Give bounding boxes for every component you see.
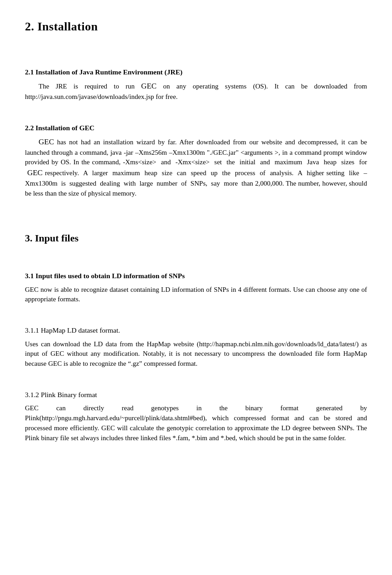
section2-2: 2.2 Installation of GEC GEC has not had …	[25, 123, 367, 199]
section3-1-title: 3.1 Input files used to obtain LD inform…	[25, 271, 367, 281]
section2-1-paragraph: The JRE is required to run GEC on any op…	[25, 81, 367, 102]
section3-title: 3. Input files	[25, 231, 367, 246]
section3-1-1-paragraph: Uses can download the LD data from the H…	[25, 339, 367, 369]
gec-caps-3: GEC	[27, 168, 43, 177]
gec-caps-1: GEC	[141, 82, 157, 90]
section3-1-1: 3.1.1 HapMap LD dataset format. Uses can…	[25, 325, 367, 369]
section3-title-container: 3. Input files	[25, 231, 367, 246]
section2-title: 2. Installation	[25, 18, 367, 35]
section3-1-2: 3.1.2 Plink Binary format GEC can direct…	[25, 390, 367, 443]
gec-caps-2: GEC	[39, 138, 54, 146]
section3-1-paragraph: GEC now is able to recognize dataset con…	[25, 285, 367, 305]
section3-1: 3.1 Input files used to obtain LD inform…	[25, 271, 367, 305]
section3-1-1-title: 3.1.1 HapMap LD dataset format.	[25, 325, 367, 335]
section2-2-title: 2.2 Installation of GEC	[25, 123, 367, 133]
page-content: 2. Installation 2.1 Installation of Java…	[25, 18, 367, 443]
section2-1-title: 2.1 Installation of Java Runtime Environ…	[25, 67, 367, 77]
section2-2-paragraph: GEC has not had an installation wizard b…	[25, 137, 367, 198]
section3-1-2-title: 3.1.2 Plink Binary format	[25, 390, 367, 400]
section3-1-2-paragraph: GEC can directly read genotypes in the b…	[25, 403, 367, 443]
section2-1: 2.1 Installation of Java Runtime Environ…	[25, 67, 367, 102]
